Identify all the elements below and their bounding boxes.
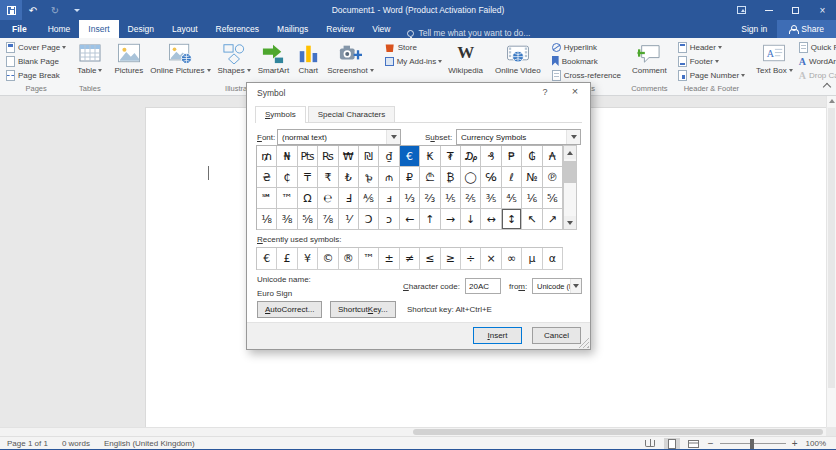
recent-symbol-cell[interactable]: µ [522, 248, 542, 270]
symbol-cell[interactable]: ₵ [277, 167, 297, 188]
ribbon-tab[interactable]: Insert [79, 20, 118, 38]
scroll-down-button[interactable] [564, 216, 576, 229]
recent-symbol-cell[interactable]: α [543, 248, 563, 270]
symbol-cell[interactable]: ₫ [379, 146, 399, 167]
zoom-out-button[interactable]: − [708, 439, 714, 449]
table-button[interactable]: Table [74, 40, 105, 75]
cancel-button[interactable]: Cancel [532, 327, 581, 344]
blank-page-button[interactable]: Blank Page [4, 54, 61, 68]
zoom-in-button[interactable]: + [792, 439, 798, 449]
symbol-cell[interactable]: ℮ [318, 188, 338, 209]
symbol-cell[interactable]: ← [400, 209, 420, 230]
symbol-cell[interactable]: ⅝ [298, 209, 318, 230]
recent-symbol-cell[interactable]: ± [379, 248, 399, 270]
ribbon-tab[interactable]: Mailings [268, 20, 317, 38]
zoom-handle[interactable] [750, 439, 754, 449]
symbol-cell[interactable]: ↄ [379, 209, 399, 230]
shapes-button[interactable]: Shapes [215, 40, 254, 75]
symbol-cell[interactable]: ⅕ [441, 188, 461, 209]
undo-button[interactable]: ↶ [22, 0, 44, 20]
symbol-cell[interactable]: ↕ [502, 209, 522, 230]
symbol-cell[interactable]: ₳ [543, 146, 563, 167]
symbol-cell[interactable]: ⅔ [420, 188, 440, 209]
pictures-button[interactable]: Pictures [111, 40, 146, 75]
symbol-cell[interactable]: ↑ [420, 209, 440, 230]
zoom-level[interactable]: 100% [804, 439, 828, 448]
online-pictures-button[interactable]: Online Pictures [147, 40, 213, 75]
symbol-cell[interactable]: ₰ [481, 146, 501, 167]
cross-reference-button[interactable]: Cross-reference [550, 68, 623, 82]
smartart-button[interactable]: SmartArt [255, 40, 293, 75]
ribbon-tab[interactable]: Review [317, 20, 363, 38]
customize-qat-button[interactable] [66, 0, 88, 20]
symbol-grid-scrollbar[interactable] [563, 145, 577, 230]
print-layout-button[interactable] [664, 438, 680, 450]
symbol-cell[interactable]: ₸ [298, 167, 318, 188]
vertical-scrollbar-thumb[interactable] [828, 108, 835, 388]
shortcut-key-button[interactable]: Shortcut Key... [330, 301, 396, 318]
symbol-cell[interactable]: → [441, 209, 461, 230]
symbol-cell[interactable]: ⅍ [359, 188, 379, 209]
recent-symbol-cell[interactable]: ≠ [400, 248, 420, 270]
symbol-cell[interactable]: ₥ [257, 146, 277, 167]
symbol-cell[interactable]: ₩ [339, 146, 359, 167]
sign-in-link[interactable]: Sign in [731, 24, 777, 34]
drop-cap-button[interactable]: ADrop Cap [797, 68, 836, 82]
word-count[interactable]: 0 words [55, 439, 97, 448]
autocorrect-button[interactable]: AutoCorrect... [257, 301, 322, 318]
dialog-close-button[interactable]: × [567, 85, 583, 97]
recent-symbol-cell[interactable]: ≤ [420, 248, 440, 270]
cover-page-button[interactable]: Cover Page [4, 40, 68, 54]
symbol-cell[interactable]: ⅓ [400, 188, 420, 209]
save-button[interactable] [0, 0, 22, 20]
font-dropdown[interactable]: (normal text) [277, 129, 401, 145]
symbol-cell[interactable]: ↔ [481, 209, 501, 230]
symbol-cell[interactable]: ⅚ [543, 188, 563, 209]
vertical-scrollbar[interactable] [826, 96, 836, 427]
symbol-cell[interactable]: ₪ [359, 146, 379, 167]
screenshot-button[interactable]: Screenshot [324, 40, 376, 75]
header-button[interactable]: Header [676, 40, 724, 54]
store-button[interactable]: Store [383, 40, 419, 54]
symbol-cell[interactable]: ↓ [461, 209, 481, 230]
symbol-cell[interactable]: Ⅎ [339, 188, 359, 209]
ribbon-tab[interactable]: File [0, 20, 39, 38]
symbol-cell[interactable]: ℗ [543, 167, 563, 188]
symbol-cell[interactable]: Ↄ [359, 209, 379, 230]
symbol-cell[interactable]: ₲ [522, 146, 542, 167]
share-button[interactable]: Share [777, 20, 836, 38]
text-box-button[interactable]: A Text Box [753, 40, 796, 75]
symbol-cell[interactable]: ⅜ [277, 209, 297, 230]
tab-special-characters[interactable]: Special Characters [308, 106, 396, 122]
horizontal-scrollbar-thumb[interactable] [413, 429, 823, 435]
symbol-cell[interactable]: ₴ [257, 167, 277, 188]
symbol-cell[interactable]: ₻ [359, 167, 379, 188]
quick-parts-button[interactable]: Quick Parts [797, 40, 836, 54]
recent-symbol-cell[interactable]: ∞ [502, 248, 522, 270]
symbol-cell[interactable]: ™ [277, 188, 297, 209]
recent-symbol-cell[interactable]: ® [339, 248, 359, 270]
chart-button[interactable]: Chart [293, 40, 323, 75]
symbol-cell[interactable]: ℠ [257, 188, 277, 209]
character-code-input[interactable] [465, 278, 501, 294]
scrollbar-thumb[interactable] [564, 161, 576, 183]
symbol-cell[interactable]: ⅙ [522, 188, 542, 209]
ribbon-tab[interactable]: Design [119, 20, 163, 38]
web-layout-button[interactable] [686, 438, 702, 450]
wordart-button[interactable]: AWordArt [797, 54, 836, 68]
read-mode-button[interactable] [642, 438, 658, 450]
redo-button[interactable]: ↻ [44, 0, 66, 20]
zoom-slider[interactable] [720, 438, 786, 450]
symbol-cell[interactable]: ◯ [461, 167, 481, 188]
symbol-cell[interactable]: ₮ [441, 146, 461, 167]
dialog-title-bar[interactable]: Symbol ? × [247, 83, 590, 105]
symbol-cell[interactable]: ↗ [543, 209, 563, 230]
recent-symbol-cell[interactable]: ≥ [441, 248, 461, 270]
language-indicator[interactable]: English (United Kingdom) [97, 439, 202, 448]
bookmark-button[interactable]: Bookmark [550, 54, 600, 68]
recent-symbol-cell[interactable]: £ [277, 248, 297, 270]
hyperlink-button[interactable]: Hyperlink [550, 40, 599, 54]
ribbon-tab[interactable]: View [363, 20, 399, 38]
symbol-cell[interactable]: ⅖ [461, 188, 481, 209]
symbol-cell[interactable]: ℅ [481, 167, 501, 188]
